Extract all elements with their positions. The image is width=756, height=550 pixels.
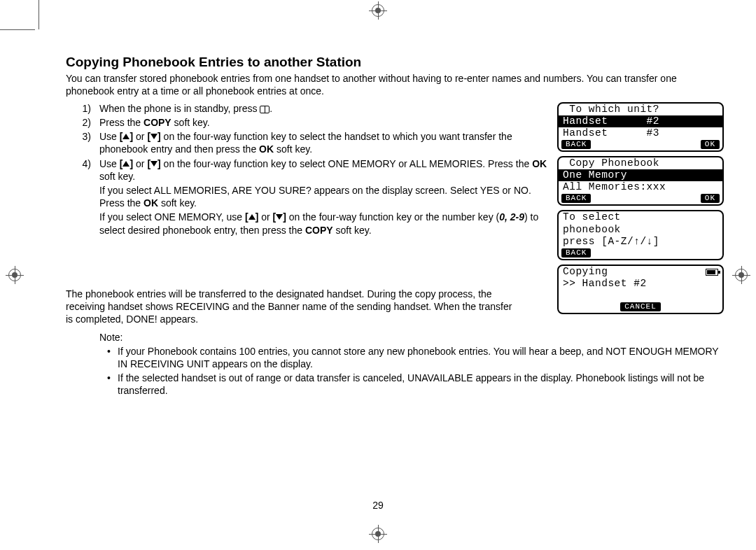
step-text: Press the [99,117,144,128]
lcd-line: Copy Phonebook [559,157,722,169]
lcd-screens-column: To which unit? Handset #2 Handset #3 BAC… [557,102,724,318]
key-name: COPY [305,225,333,236]
step-text: or [133,158,147,169]
step-text: on the four-way function key to select O… [161,158,532,169]
intro-paragraph: You can transfer stored phonebook entrie… [66,73,724,98]
section-heading: Copying Phonebook Entries to another Sta… [66,55,724,70]
registration-mark-icon [8,269,21,281]
step-text: or [133,131,147,142]
note-block: Note: •If your Phonebook contains 100 en… [66,332,724,397]
lcd-screen-unit-select: To which unit? Handset #2 Handset #3 BAC… [557,102,724,152]
lcd-screen-select-entry: To select phonebook press [A-Z/↑/↓] BACK [557,210,724,260]
softkey-back: BACK [561,140,591,149]
lcd-line: To select [559,211,722,223]
lcd-screen-copying: Copying >> Handset #2 CANCEL [557,265,724,314]
lcd-line: >> Handset #2 [559,278,722,290]
lcd-line: Copying [563,266,608,278]
step-4: 4) Use [] or [] on the four-way function… [66,157,547,237]
note-text: If the selected handset is out of range … [118,372,724,397]
lcd-line: phonebook [559,224,722,236]
step-text: . [270,103,272,114]
softkey-back: BACK [561,248,591,258]
lcd-line-selected: One Memory [559,169,722,181]
lcd-line: To which unit? [559,104,722,115]
step-text: Use [99,131,120,142]
softkey-back: BACK [561,194,591,203]
key-range: 0, 2-9 [499,211,524,223]
down-arrow-icon [276,214,283,220]
lcd-line: press [A-Z/↑/↓] [559,236,722,248]
registration-mark-icon [372,4,384,17]
step-number: 1) [66,102,99,115]
note-item: •If your Phonebook contains 100 entries,… [66,345,724,370]
step-text: soft key. [333,225,372,236]
step-text: If you select ONE MEMORY, use [99,211,245,223]
step-number: 4) [66,157,99,237]
crop-mark [38,0,39,29]
note-label: Note: [99,332,724,343]
step-number: 2) [66,116,99,129]
note-text: If your Phonebook contains 100 entries, … [118,345,724,370]
softkey-ok: OK [701,194,720,203]
lcd-line-selected: Handset #2 [559,115,722,127]
up-arrow-icon [248,214,255,220]
step-text: on the four-way function key or the numb… [286,211,499,223]
lcd-screen-copy-menu: Copy Phonebook One Memory All Memories:x… [557,156,724,206]
step-text: soft key. [172,117,210,128]
phonebook-icon [260,106,270,113]
key-name: OK [259,143,274,155]
instruction-column: 1) When the phone is in standby, press .… [66,102,547,318]
softkey-ok: OK [701,140,720,149]
battery-icon [706,269,718,276]
step-text: When the phone is in standby, press [99,103,260,114]
step-text: soft key. [158,197,197,209]
down-arrow-icon [150,134,158,139]
step-text: or [258,211,272,223]
step-text: soft key. [99,171,135,182]
page-number: 29 [372,500,384,511]
key-name: COPY [144,117,172,128]
registration-mark-icon [372,528,384,540]
step-1: 1) When the phone is in standby, press . [66,102,547,115]
crop-mark [0,29,35,30]
result-paragraph: The phonebook entries will be transferre… [66,288,521,326]
step-3: 3) Use [] or [] on the four-way function… [66,130,547,155]
softkey-cancel: CANCEL [620,302,661,311]
note-item: •If the selected handset is out of range… [66,372,724,397]
lcd-line: All Memories:xxx [559,181,722,193]
step-text: soft key. [274,143,312,155]
step-2: 2) Press the COPY soft key. [66,116,547,129]
step-number: 3) [66,130,99,155]
lcd-line: Handset #3 [559,127,722,139]
up-arrow-icon [122,134,130,139]
up-arrow-icon [122,161,130,167]
registration-mark-icon [735,269,748,281]
down-arrow-icon [150,161,158,167]
page-content: Copying Phonebook Entries to another Sta… [66,55,724,398]
step-text: Use [99,158,120,169]
key-name: OK [144,197,158,209]
key-name: OK [532,158,547,169]
